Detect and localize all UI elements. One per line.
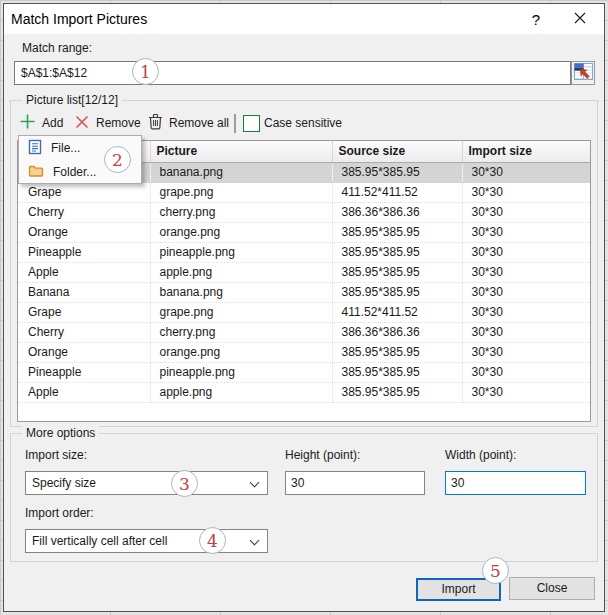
table-cell: orange.png [150,342,332,362]
menu-item-file-label: File... [51,141,80,155]
table-cell: 385.95*385.95 [332,222,462,242]
case-sensitive-checkbox[interactable] [243,115,260,132]
close-button[interactable] [564,4,596,34]
import-size-label: Import size: [25,448,87,462]
table-cell: pineapple.png [150,242,332,262]
table-cell: 385.95*385.95 [332,162,462,182]
table-cell: 411.52*411.52 [332,302,462,322]
picture-list-group-label: Picture list[12/12] [22,93,122,107]
table-cell: 386.36*386.36 [332,202,462,222]
picture-table-body: banana.png385.95*385.9530*30Grapegrape.p… [18,162,590,402]
table-cell: 385.95*385.95 [332,362,462,382]
column-header-source-size[interactable]: Source size [332,141,462,162]
column-header-picture[interactable]: Picture [150,141,332,162]
table-cell: 385.95*385.95 [332,382,462,402]
chevron-down-icon [250,536,260,546]
table-cell: 30*30 [462,342,590,362]
toolbar-divider [234,114,236,133]
table-row[interactable]: Pineapplepineapple.png385.95*385.9530*30 [18,362,590,382]
import-size-combobox[interactable]: Specify size [25,471,268,495]
help-button[interactable]: ? [520,4,552,34]
table-row[interactable]: Appleapple.png385.95*385.9530*30 [18,262,590,282]
table-row[interactable]: Cherrycherry.png386.36*386.3630*30 [18,202,590,222]
match-range-input[interactable] [14,61,571,85]
remove-all-button[interactable]: Remove all [148,110,229,136]
table-cell: Banana [18,282,150,302]
import-order-value: Fill vertically cell after cell [32,534,167,548]
range-picker-button[interactable] [571,61,595,85]
table-row[interactable]: Cherrycherry.png386.36*386.3630*30 [18,322,590,342]
titlebar: Match Import Pictures ? [4,4,604,34]
add-button[interactable]: Add [19,110,63,136]
table-cell: grape.png [150,182,332,202]
table-cell: Apple [18,382,150,402]
more-options-group-label: More options [22,426,99,440]
table-cell: Grape [18,182,150,202]
plus-icon [19,113,36,133]
table-cell: 30*30 [462,262,590,282]
remove-all-button-label: Remove all [169,116,229,130]
table-cell: orange.png [150,222,332,242]
table-row[interactable]: Bananabanana.png385.95*385.9530*30 [18,282,590,302]
remove-button[interactable]: Remove [74,110,141,136]
table-cell: cherry.png [150,322,332,342]
width-label: Width (point): [445,448,516,462]
column-header-import-size[interactable]: Import size [462,141,590,162]
table-cell: 411.52*411.52 [332,182,462,202]
table-row[interactable]: Appleapple.png385.95*385.9530*30 [18,382,590,402]
table-cell: 30*30 [462,202,590,222]
annotation-circle-4: 4 [199,527,226,554]
match-import-pictures-dialog: Match Import Pictures ? Match range: Pic… [3,3,605,612]
close-dialog-button[interactable]: Close [509,577,595,600]
table-cell: 30*30 [462,282,590,302]
import-size-value: Specify size [32,476,96,490]
table-cell: 30*30 [462,322,590,342]
table-cell: 385.95*385.95 [332,262,462,282]
table-cell: Apple [18,262,150,282]
table-cell: banana.png [150,162,332,182]
table-cell: Orange [18,342,150,362]
case-sensitive-label: Case sensitive [264,110,342,136]
table-cell: Cherry [18,322,150,342]
trash-icon [148,113,163,133]
chevron-down-icon [250,478,260,488]
table-row[interactable]: Orangeorange.png385.95*385.9530*30 [18,342,590,362]
table-cell: Grape [18,302,150,322]
annotation-circle-3: 3 [171,470,198,497]
dialog-title: Match Import Pictures [11,4,147,35]
table-cell: apple.png [150,382,332,402]
table-cell: 30*30 [462,242,590,262]
table-cell: cherry.png [150,202,332,222]
folder-icon [28,164,44,181]
table-cell: Orange [18,222,150,242]
spreadsheet-background: { "window": { "title": "Match Import Pic… [0,0,608,615]
width-input[interactable] [445,471,586,495]
help-icon: ? [532,11,540,28]
table-row[interactable]: Grapegrape.png411.52*411.5230*30 [18,302,590,322]
table-cell: banana.png [150,282,332,302]
table-row[interactable]: Orangeorange.png385.95*385.9530*30 [18,222,590,242]
close-icon [574,12,586,27]
remove-button-label: Remove [96,116,141,130]
range-picker-icon [574,63,593,83]
table-cell: Pineapple [18,362,150,382]
match-range-label: Match range: [22,41,92,55]
file-icon [28,139,42,158]
annotation-circle-5: 5 [482,557,509,584]
table-cell: 385.95*385.95 [332,342,462,362]
annotation-circle-1: 1 [132,58,159,85]
table-cell: 30*30 [462,162,590,182]
import-order-combobox[interactable]: Fill vertically cell after cell [25,529,268,553]
table-cell: 30*30 [462,362,590,382]
table-cell: 385.95*385.95 [332,282,462,302]
table-row[interactable]: Pineapplepineapple.png385.95*385.9530*30 [18,242,590,262]
table-cell: pineapple.png [150,362,332,382]
table-row[interactable]: Grapegrape.png411.52*411.5230*30 [18,182,590,202]
height-input[interactable] [285,471,425,495]
table-cell: apple.png [150,262,332,282]
menu-item-folder-label: Folder... [53,165,96,179]
table-cell: 385.95*385.95 [332,242,462,262]
table-cell: Pineapple [18,242,150,262]
import-order-label: Import order: [25,506,94,520]
table-cell: 30*30 [462,382,590,402]
